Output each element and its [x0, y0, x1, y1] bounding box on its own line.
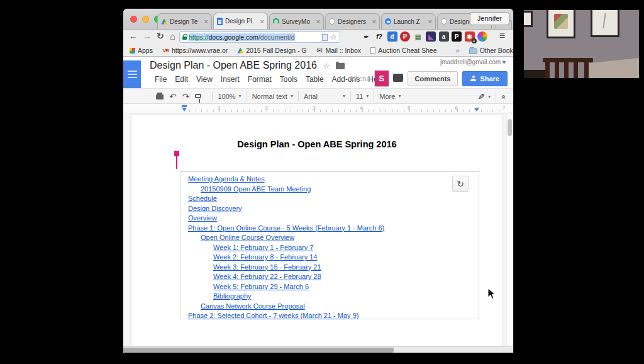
comments-button[interactable]: Comments: [408, 71, 458, 86]
pen-extension-icon[interactable]: ✒: [362, 31, 372, 42]
pinterest-extension-icon[interactable]: P: [400, 31, 411, 42]
p-extension-icon[interactable]: P: [452, 31, 462, 42]
tab-design-plan[interactable]: Design Pl ×: [213, 13, 268, 29]
tab-close-icon[interactable]: ×: [316, 18, 320, 25]
tab-close-icon[interactable]: ×: [204, 18, 208, 25]
reload-icon[interactable]: ↻: [157, 31, 164, 41]
bookmarks-overflow-icon[interactable]: »: [456, 47, 460, 54]
tab-design-team-drive[interactable]: Design Te ×: [157, 13, 212, 29]
toc-link[interactable]: Meeting Agenda & Notes: [180, 174, 479, 185]
toc-link[interactable]: Open Online Course Overview: [180, 233, 479, 243]
bookmark-label: Mail :: Inbox: [326, 47, 362, 54]
paragraph-style-select[interactable]: Normal text ▾: [252, 93, 293, 100]
toc-link[interactable]: Schedule: [180, 194, 479, 204]
toc-link[interactable]: Week 1: February 1 - February 7: [180, 243, 479, 253]
left-indent-marker[interactable]: [182, 108, 187, 111]
colorwheel-extension-icon[interactable]: [477, 31, 488, 42]
tab-launch-zoom[interactable]: Launch Z ×: [381, 13, 436, 29]
paint-extension-icon[interactable]: ◣: [426, 31, 436, 42]
collaborator-badge[interactable]: S: [375, 71, 389, 86]
document-area: Design Plan - Open ABE Spring 2016 Meeti…: [123, 113, 513, 346]
font-size-select[interactable]: 11 ▾: [356, 93, 369, 100]
toc-link[interactable]: Week 4: February 22 - February 28: [180, 272, 479, 282]
undo-icon[interactable]: ↶: [169, 93, 177, 100]
document-title[interactable]: Design Plan - Open ABE Spring 2016: [150, 60, 317, 71]
toc-link[interactable]: Week 3: February 15 - February 21: [180, 263, 479, 273]
menu-item[interactable]: Format: [248, 75, 272, 84]
url-text[interactable]: https:// docs.google.com /document/d: [189, 33, 295, 41]
home-icon[interactable]: ⌂: [170, 31, 175, 42]
docs-home-menu-icon[interactable]: [123, 60, 141, 88]
more-toolbar-button[interactable]: More ▾: [379, 93, 401, 100]
bookmark-auction-cheat-sheet[interactable]: Auction Cheat Shee: [370, 47, 436, 54]
bookmark-2015-fall-design[interactable]: 2015 Fall Design - G: [237, 47, 306, 54]
toc-link[interactable]: Overview: [180, 213, 479, 224]
delicious-extension-icon[interactable]: d: [387, 31, 398, 42]
vertical-scrollbar[interactable]: [506, 115, 512, 345]
whatfont-extension-icon[interactable]: f?: [374, 31, 385, 42]
menu-item[interactable]: Edit: [175, 75, 188, 84]
horizontal-scrollbar-thumb[interactable]: [123, 348, 394, 353]
account-email[interactable]: jmaddrell@gmail.com ▾: [440, 59, 506, 65]
menu-item[interactable]: Insert: [221, 75, 240, 84]
address-bar[interactable]: https:// docs.google.com /document/d ☆: [179, 31, 340, 43]
menu-item[interactable]: File: [155, 75, 167, 84]
bookmark-star-icon[interactable]: ☆: [330, 33, 337, 41]
back-icon[interactable]: ←: [129, 31, 138, 41]
collapse-toolbar-icon[interactable]: »: [499, 94, 508, 99]
paint-format-icon[interactable]: [195, 94, 201, 98]
table-of-contents: Meeting Agenda & Notes 20150909 Open ABE…: [180, 171, 479, 319]
refresh-toc-button[interactable]: ↻: [452, 176, 469, 192]
toc-link[interactable]: Week 2: February 8 - February 14: [180, 253, 479, 263]
url-scheme: https://: [189, 33, 209, 41]
browser-menu-icon[interactable]: ≡: [499, 30, 505, 42]
browser-window: Design Te × Design Pl × SurveyMo ×: [123, 9, 513, 353]
asterisk-extension-icon[interactable]: ✱ 4: [465, 31, 475, 42]
tab-close-icon[interactable]: ×: [428, 18, 432, 25]
amazon-extension-icon[interactable]: a: [439, 31, 450, 42]
navigation-bar: ← → ↻ ⌂ https:// docs.google.com /docume…: [123, 30, 513, 45]
bookmark-apps[interactable]: Apps: [130, 47, 153, 54]
toc-link[interactable]: 20150909 Open ABE Team Meeting: [180, 185, 479, 195]
editing-mode-button[interactable]: ✎ ▾: [478, 92, 491, 101]
document-page[interactable]: Design Plan - Open ABE Spring 2016 Meeti…: [131, 115, 503, 346]
bookmark-page-icon[interactable]: [322, 34, 328, 41]
share-button[interactable]: Share: [462, 71, 508, 86]
tab-close-icon[interactable]: ×: [372, 18, 376, 25]
minimize-window-button[interactable]: [142, 16, 149, 23]
bookmarks-bar: Apps VR https://www.vrae.or 2015 Fall De…: [123, 45, 513, 57]
menu-item[interactable]: Table: [306, 75, 324, 84]
toc-link[interactable]: Week 5: February 29 - March 6: [180, 282, 479, 292]
profile-button[interactable]: Jennifer: [470, 12, 509, 25]
print-icon[interactable]: [156, 94, 164, 100]
vertical-scrollbar-thumb[interactable]: [508, 119, 512, 136]
menu-item[interactable]: Tools: [280, 75, 297, 84]
tab-close-icon[interactable]: ×: [260, 18, 264, 25]
account-dropdown-icon: ▾: [502, 59, 506, 65]
bookmark-vrae[interactable]: VR https://www.vrae.or: [162, 47, 228, 54]
bookmark-mail-inbox[interactable]: ✉ Mail :: Inbox: [316, 47, 362, 54]
right-indent-marker[interactable]: [474, 108, 479, 111]
move-to-folder-icon[interactable]: [336, 63, 345, 69]
other-bookmarks[interactable]: Other Bookmarks: [469, 47, 513, 54]
zoom-select[interactable]: 100% ▾: [218, 93, 241, 100]
window-controls: [130, 16, 161, 23]
toc-link[interactable]: Bibliography: [180, 292, 479, 302]
toc-link[interactable]: Canvas Network Course Proposal: [180, 302, 479, 312]
star-document-icon[interactable]: ☆: [323, 61, 330, 71]
close-window-button[interactable]: [130, 16, 137, 23]
notebook-extension-icon[interactable]: ▤: [413, 31, 424, 42]
menu-item[interactable]: View: [196, 75, 213, 84]
first-line-indent-marker[interactable]: [182, 105, 187, 107]
redo-icon[interactable]: ↷: [182, 93, 190, 100]
toc-link[interactable]: Design Discovery: [180, 204, 479, 214]
font-select[interactable]: Arial ▾: [304, 93, 345, 100]
pen-icon: ✎: [478, 92, 485, 101]
toc-link[interactable]: Phase 2: Selected Cohort - 7 weeks (Marc…: [180, 311, 479, 321]
tab-surveymonkey[interactable]: SurveyMo ×: [269, 13, 324, 29]
tab-designers-1[interactable]: Designers ×: [325, 13, 380, 29]
toc-link[interactable]: Phase 1: Open Online Course - 5 Weeks (F…: [180, 224, 479, 234]
chat-bubble-icon[interactable]: [393, 74, 403, 82]
forward-icon[interactable]: →: [143, 31, 152, 41]
horizontal-scrollbar[interactable]: [123, 346, 513, 353]
